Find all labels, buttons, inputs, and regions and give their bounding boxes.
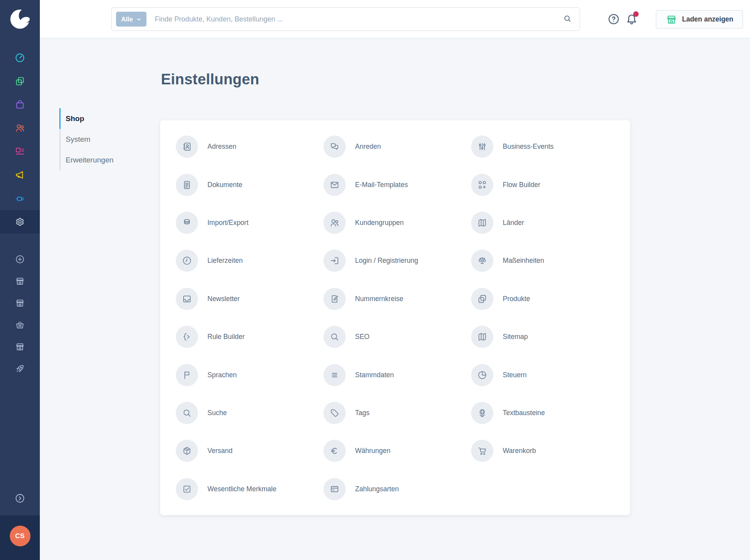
avatar[interactable]: CS [10,526,30,546]
note-pencil-icon [329,294,340,304]
settings-item-import-export[interactable]: Import/Export [176,204,323,242]
users-icon [14,123,25,134]
settings-item-label: Sprachen [207,371,237,379]
settings-item-lieferzeiten[interactable]: Lieferzeiten [176,242,323,280]
gear-icon [14,216,25,227]
settings-item-label: Tags [355,409,370,417]
settings-item-tags[interactable]: Tags [323,394,471,432]
settings-item-laender[interactable]: Länder [471,204,619,242]
settings-item-bubble [323,136,346,158]
settings-item-label: Stammdaten [355,371,394,379]
bag-icon [14,99,25,110]
settings-item-label: Flow Builder [503,181,540,189]
euro-icon [329,446,340,456]
settings-item-label: Zahlungsarten [355,485,399,493]
settings-nav-label: System [66,135,90,144]
notifications-button[interactable] [625,12,639,26]
settings-item-bubble [471,250,493,272]
sidebar-item-orders[interactable] [0,93,40,116]
cart-icon [477,446,488,456]
search-input[interactable] [146,15,563,23]
settings-item-flow-builder[interactable]: Flow Builder [471,166,619,203]
sidebar-item-sales-channel-3[interactable] [0,314,40,336]
settings-nav-system[interactable]: System [59,129,149,150]
store-icon [15,342,25,352]
search-icon [182,408,192,418]
settings-item-e-mail-templates[interactable]: E-Mail-Templates [323,166,471,203]
search-scope-label: Alle [121,16,133,23]
settings-item-label: Länder [503,219,524,227]
settings-item-anreden[interactable]: Anreden [323,128,471,166]
settings-nav-shop[interactable]: Shop [59,108,149,129]
sidebar-item-sales-channel-5[interactable] [0,358,40,380]
settings-nav-erweiterungen[interactable]: Erweiterungen [59,150,149,170]
settings-item-warenkorb[interactable]: Warenkorb [471,432,619,470]
settings-item-label: Sitemap [503,333,528,341]
settings-item-stammdaten[interactable]: Stammdaten [323,356,471,394]
settings-item-label: Business-Events [503,143,554,151]
settings-item-zahlungsarten[interactable]: Zahlungsarten [323,470,471,508]
settings-item-label: Suche [207,409,227,417]
settings-item-suche[interactable]: Suche [176,394,323,432]
settings-item-login-registrierung[interactable]: Login / Registrierung [323,242,471,280]
settings-item-label: Rule Builder [207,333,245,341]
sidebar-item-catalogues[interactable] [0,70,40,93]
sidebar-expand-button[interactable] [0,487,40,509]
chevron-circle-icon [14,493,25,504]
sidebar-item-dashboard[interactable] [0,46,40,70]
settings-nav: ShopSystemErweiterungen [59,108,149,170]
settings-item-nummernkreise[interactable]: Nummernkreise [323,280,471,318]
help-button[interactable] [607,12,621,26]
settings-item-kundengruppen[interactable]: Kundengruppen [323,204,471,242]
settings-item-newsletter[interactable]: Newsletter [176,280,323,318]
settings-item-bubble [471,364,493,386]
settings-item-sitemap[interactable]: Sitemap [471,318,619,356]
search-scope-dropdown[interactable]: Alle [116,12,146,27]
view-storefront-label: Laden anzeigen [682,15,733,23]
shopware-logo[interactable] [0,0,40,38]
settings-item-produkte[interactable]: Produkte [471,280,619,318]
sidebar-item-add-sales-channel[interactable] [0,248,40,270]
copy-icon [477,294,488,304]
sidebar-item-marketing[interactable] [0,163,40,187]
sidebar-item-sales-channel-2[interactable] [0,292,40,314]
chevron-down-icon [136,17,141,22]
settings-item-versand[interactable]: Versand [176,432,323,470]
settings-item-label: Warenkorb [503,447,536,455]
settings-item-label: Anreden [355,143,381,151]
settings-item-bubble [471,326,493,348]
settings-item-bubble [471,288,493,310]
settings-item-waehrungen[interactable]: Währungen [323,432,471,470]
sidebar-item-customers[interactable] [0,116,40,140]
settings-item-steuern[interactable]: Steuern [471,356,619,394]
sidebar-item-sales-channel-1[interactable] [0,270,40,292]
settings-item-bubble [176,364,198,386]
rocket-icon [15,364,25,374]
settings-item-bubble [176,402,198,424]
content-icon [14,146,25,157]
settings-item-sprachen[interactable]: Sprachen [176,356,323,394]
login-icon [329,255,340,266]
clock-icon [182,255,192,266]
sidebar-item-settings[interactable] [0,210,40,234]
settings-item-dokumente[interactable]: Dokumente [176,166,323,203]
settings-item-wesentliche-merkmale[interactable]: Wesentliche Merkmale [176,470,323,508]
address-book-icon [182,141,192,152]
settings-item-business-events[interactable]: Business-Events [471,128,619,166]
settings-item-bubble [176,326,198,348]
settings-item-seo[interactable]: SEO [323,318,471,356]
settings-item-adressen[interactable]: Adressen [176,128,323,166]
sidebar-main-menu [0,38,40,234]
settings-item-label: Textbausteine [503,409,545,417]
settings-item-bubble [471,212,493,234]
settings-item-bubble [323,212,346,234]
settings-item-textbausteine[interactable]: Textbausteine [471,394,619,432]
sliders-icon [477,141,488,152]
sidebar-item-sales-channel-4[interactable] [0,336,40,358]
settings-item-masseinheiten[interactable]: Maßeinheiten [471,242,619,280]
sidebar-item-extensions[interactable] [0,187,40,210]
sidebar-item-content[interactable] [0,140,40,163]
view-storefront-button[interactable]: Laden anzeigen [656,10,743,29]
settings-item-rule-builder[interactable]: Rule Builder [176,318,323,356]
storefront-icon [666,14,677,25]
